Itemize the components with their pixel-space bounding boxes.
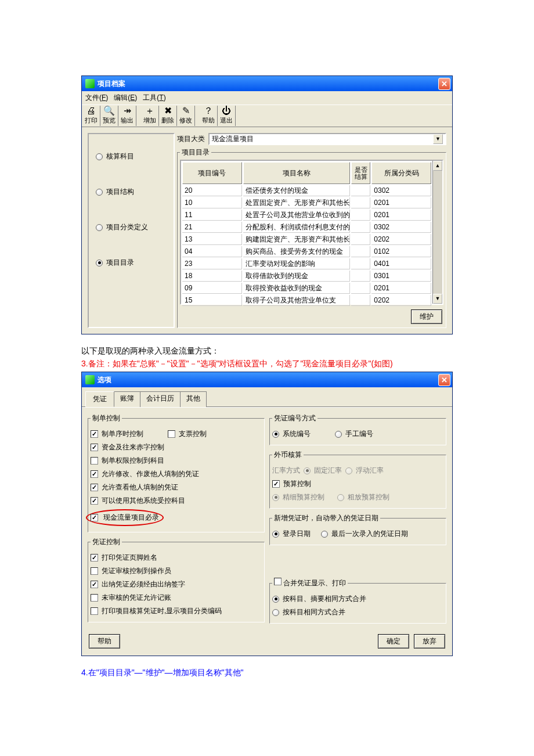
tb-print[interactable]: 🖨打印 <box>82 106 100 126</box>
group-zhidan: 制单控制 制单序时控制 支票控制 资金及往来赤字控制 制单权限控制到科目 允许修… <box>88 413 265 532</box>
table-row[interactable]: 15取得子公司及其他营业单位支0202 <box>182 295 431 306</box>
chevron-down-icon[interactable]: ▼ <box>433 134 443 144</box>
menu-edit[interactable]: 编辑(E) <box>114 93 137 103</box>
rad-fine <box>272 494 279 501</box>
help-icon: ？ <box>202 106 215 116</box>
chk-seq[interactable] <box>91 430 98 438</box>
group-newdate: 新增凭证时，自动带入的凭证日期 登录日期 最后一次录入的凭证日期 <box>269 513 446 545</box>
rad-sysnum[interactable] <box>272 431 279 438</box>
window-title-options: 选项 <box>98 375 111 385</box>
chk-unaudit[interactable] <box>91 594 98 602</box>
col-name[interactable]: 项目名称 <box>243 162 351 184</box>
chk-cheque[interactable] <box>168 430 175 438</box>
text-between: 以下是取现的两种录入现金流量方式： <box>81 346 453 357</box>
chk-fund[interactable] <box>91 444 98 451</box>
window-title: 项目档案 <box>98 79 125 89</box>
tb-preview[interactable]: 🔍预览 <box>100 106 118 126</box>
tab-calendar[interactable]: 会计日历 <box>140 391 181 407</box>
tab-pingzheng[interactable]: 凭证 <box>85 391 114 407</box>
cancel-button[interactable]: 放弃 <box>414 634 445 649</box>
table-row[interactable]: 11处置子公司及其他营业单位收到的现金净额0201 <box>182 210 431 221</box>
tb-modify[interactable]: ✎修改 <box>177 106 195 126</box>
chk-priv[interactable] <box>91 457 98 465</box>
print-icon: 🖨 <box>85 106 98 116</box>
table-row[interactable]: 10处置固定资产、无形资产和其他长期资产收回的现金净额0201 <box>182 197 431 208</box>
note-4: 4.在"项目目录"—"维护"—增加项目名称"其他" <box>81 668 453 678</box>
tb-delete[interactable]: ✖删除 <box>159 106 177 126</box>
radio-jiegou[interactable]: 项目结构 <box>96 187 167 197</box>
chk-modify[interactable] <box>91 470 98 478</box>
delete-icon: ✖ <box>161 106 174 116</box>
category-combo[interactable]: 现金流量项目 ▼ <box>208 133 446 145</box>
close-icon[interactable]: ✕ <box>438 78 450 90</box>
radio-hesuan[interactable]: 核算科目 <box>96 152 167 161</box>
chk-othersys[interactable] <box>91 497 98 505</box>
table-row[interactable]: 21分配股利、利润或偿付利息支付的现金0302 <box>182 222 431 233</box>
chk-cashmust[interactable] <box>91 514 98 521</box>
menubar: 文件(F) 编辑(E) 工具(T) <box>82 91 452 105</box>
highlight-ellipse: 现金流量项目必录 <box>86 509 164 526</box>
chk-footer[interactable] <box>91 554 98 561</box>
chk-merge-enable[interactable] <box>274 578 282 585</box>
chk-view[interactable] <box>91 484 98 491</box>
ok-button[interactable]: 确定 <box>378 634 409 649</box>
rad-merge1[interactable] <box>272 596 279 603</box>
table-row[interactable]: 20偿还债务支付的现金0302 <box>182 185 431 196</box>
maintain-button[interactable]: 维护 <box>411 309 442 324</box>
group-currency: 外币核算 汇率方式 固定汇率 浮动汇率 预算控制 精细预算控制 粗放预算控制 <box>269 450 446 509</box>
col-cat[interactable]: 所属分类码 <box>371 162 431 184</box>
preview-icon: 🔍 <box>103 106 116 116</box>
directory-table[interactable]: 项目编号 项目名称 是否结算 所属分类码 20偿还债务支付的现金030210处置… <box>181 161 432 307</box>
col-code[interactable]: 项目编号 <box>182 162 242 184</box>
output-icon: ↠ <box>121 106 134 116</box>
table-row[interactable]: 23汇率变动对现金的影响0401 <box>182 258 431 269</box>
tb-exit[interactable]: ⏻退出 <box>218 106 236 126</box>
tab-zhangbu[interactable]: 账簿 <box>114 391 140 407</box>
radio-fenlei[interactable]: 项目分类定义 <box>96 222 167 232</box>
chk-printcat[interactable] <box>91 607 98 615</box>
chk-cashier[interactable] <box>91 581 98 588</box>
options-window: 选项 ✕ 凭证 账簿 会计日历 其他 制单控制 制单序时控制 支票控制 资金及往… <box>81 372 453 656</box>
tb-help[interactable]: ？帮助 <box>200 106 218 126</box>
table-row[interactable]: 09取得投资收益收到的现金0201 <box>182 283 431 294</box>
menu-tool[interactable]: 工具(T) <box>143 93 165 103</box>
rad-last[interactable] <box>321 531 328 538</box>
rad-mannum[interactable] <box>335 431 342 438</box>
rad-login[interactable] <box>272 531 279 538</box>
app-icon <box>85 79 95 88</box>
titlebar-options[interactable]: 选项 ✕ <box>82 372 452 387</box>
table-row[interactable]: 18取得借款收到的现金0301 <box>182 271 431 282</box>
tab-other[interactable]: 其他 <box>180 391 207 407</box>
tb-add[interactable]: ＋增加 <box>141 106 159 126</box>
scroll-down-icon[interactable]: ▼ <box>433 294 442 304</box>
titlebar[interactable]: 项目档案 ✕ <box>82 76 452 91</box>
left-pane: 核算科目 项目结构 项目分类定义 项目目录 <box>88 133 175 328</box>
rad-merge2[interactable] <box>272 609 279 616</box>
help-button[interactable]: 帮助 <box>89 634 120 649</box>
table-row[interactable]: 04购买商品、接受劳务支付的现金0102 <box>182 246 431 257</box>
rad-floatrate <box>345 467 352 474</box>
tb-output[interactable]: ↠输出 <box>118 106 136 126</box>
note-3: 3.备注：如果在"总账"－"设置"－"选项"对话框设置中，勾选了"现金流量项目必… <box>81 359 453 369</box>
toolbar: 🖨打印 🔍预览 ↠输出 ＋增加 ✖删除 ✎修改 ？帮助 ⏻退出 <box>82 105 452 127</box>
group-pzkz: 凭证控制 打印凭证页脚姓名 凭证审核控制到操作员 出纳凭证必须经由出纳签字 未审… <box>88 537 265 622</box>
modify-icon: ✎ <box>179 106 192 116</box>
radio-mulu[interactable]: 项目目录 <box>96 258 167 268</box>
tabs: 凭证 账簿 会计日历 其他 <box>82 387 452 407</box>
scroll-up-icon[interactable]: ▲ <box>433 161 442 171</box>
scrollbar[interactable]: ▲ ▼ <box>432 161 442 304</box>
col-jiesuan[interactable]: 是否结算 <box>351 162 370 184</box>
rad-fixedrate <box>304 467 311 474</box>
project-archives-window: 项目档案 ✕ 文件(F) 编辑(E) 工具(T) 🖨打印 🔍预览 ↠输出 ＋增加… <box>81 75 453 334</box>
options-icon <box>85 375 95 384</box>
group-numbering: 凭证编号方式 系统编号 手工编号 <box>269 413 446 445</box>
menu-file[interactable]: 文件(F) <box>85 93 108 103</box>
close-icon[interactable]: ✕ <box>438 374 450 386</box>
chk-audit[interactable] <box>91 567 98 575</box>
exit-icon: ⏻ <box>220 106 233 116</box>
table-row[interactable]: 13购建固定资产、无形资产和其他长期资产支付的现金0202 <box>182 234 431 245</box>
chk-budget[interactable] <box>272 480 280 488</box>
group-merge: 合并凭证显示、打印 按科目、摘要相同方式合并 按科目相同方式合并 <box>269 578 446 624</box>
group-directory: 项目目录 项目编号 项目名称 是否结算 所属分类码 20偿还债务支付的现金030… <box>177 147 446 328</box>
label-category: 项目大类 <box>177 134 205 144</box>
